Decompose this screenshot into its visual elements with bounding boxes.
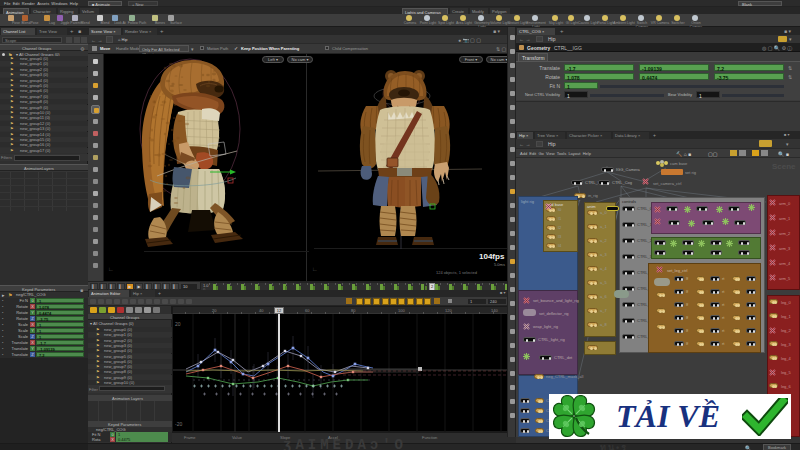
svg-text:20: 20 <box>175 321 181 327</box>
svg-text:-20: -20 <box>175 421 182 427</box>
